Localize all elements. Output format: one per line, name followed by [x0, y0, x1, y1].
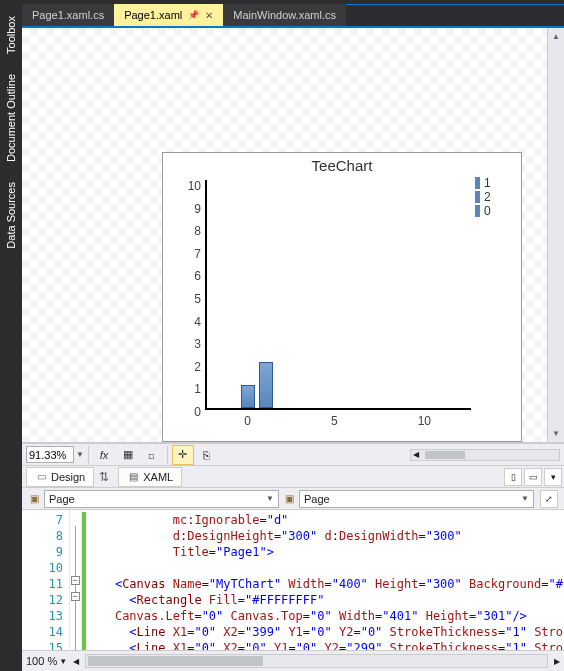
code-line[interactable]: Canvas.Left="0" Canvas.Top="0" Width="40…	[86, 608, 564, 624]
pin-icon[interactable]: 📌	[188, 10, 199, 20]
legend-item: 0	[475, 204, 521, 218]
tab-label: MainWindow.xaml.cs	[233, 9, 336, 21]
scroll-left-icon[interactable]: ◀	[411, 450, 421, 459]
tab-page1-xaml[interactable]: Page1.xaml 📌 ✕	[114, 4, 223, 26]
legend-item: 2	[475, 190, 521, 204]
designer-xaml-switch: ▭ Design ⇅ ▤ XAML ▯ ▭ ▾	[22, 466, 564, 488]
y-tick-label: 10	[188, 179, 201, 193]
y-axis	[205, 180, 207, 410]
x-axis	[205, 408, 471, 410]
sidebar-item-data-sources[interactable]: Data Sources	[3, 176, 19, 255]
chevron-down-icon[interactable]: ▼	[76, 450, 84, 459]
scroll-up-icon[interactable]: ▲	[548, 28, 564, 45]
editor-zoom-value: 100 %	[26, 655, 57, 667]
code-line[interactable]: <Canvas Name="MyTChart" Width="400" Heig…	[86, 576, 564, 592]
change-marker	[82, 512, 86, 576]
code-nav-bar: ▣ Page ▼ ▣ Page ▼ ⤢	[22, 488, 564, 510]
snaplines-button[interactable]: ꤀	[141, 445, 163, 465]
code-line[interactable]: Title="Page1">	[86, 544, 564, 560]
design-icon: ▭	[35, 471, 47, 483]
chart-legend: 120	[475, 174, 521, 424]
tab-mainwindow-cs[interactable]: MainWindow.xaml.cs	[223, 4, 346, 26]
y-tick-label: 8	[194, 224, 201, 238]
code-line[interactable]: <Line X1="0" X2="399" Y1="0" Y2="0" Stro…	[86, 624, 564, 640]
editor-status-bar: 100 % ▼ ◀ ▶	[22, 650, 564, 671]
y-tick-label: 1	[194, 382, 201, 396]
design-tab-label: Design	[51, 471, 85, 483]
member-icon: ▣	[281, 491, 297, 507]
tab-label: Page1.xaml.cs	[32, 9, 104, 21]
sidebar-item-document-outline[interactable]: Document Outline	[3, 68, 19, 168]
code-line[interactable]: <Rectangle Fill="#FFFFFFFF"	[86, 592, 564, 608]
code-line[interactable]: <Line X1="0" X2="0" Y1="0" Y2="299" Stro…	[86, 640, 564, 650]
editor-horizontal-scrollbar[interactable]	[85, 654, 548, 668]
change-marker	[82, 576, 86, 650]
line-number: 10	[24, 560, 63, 576]
xaml-tab-label: XAML	[143, 471, 173, 483]
expand-nav-button[interactable]: ⤢	[540, 490, 558, 508]
designer-horizontal-scrollbar[interactable]: ◀	[410, 449, 560, 461]
line-number: 7	[24, 512, 63, 528]
scroll-right-icon[interactable]: ▶	[554, 657, 560, 666]
designer-vertical-scrollbar[interactable]: ▲ ▼	[547, 28, 564, 442]
effects-button[interactable]: fx	[93, 445, 115, 465]
collapse-pane-button[interactable]: ▾	[544, 468, 562, 486]
chevron-down-icon[interactable]: ▼	[266, 494, 274, 503]
code-line[interactable]	[86, 560, 564, 576]
designer-toolbar: ▼ fx ▦ ꤀ ✛ ⎘ ◀	[22, 443, 564, 466]
chart-bar	[241, 385, 255, 408]
outline-toggle[interactable]: −	[71, 592, 80, 601]
plot-area: 0510	[205, 174, 471, 424]
x-tick-label: 10	[418, 414, 431, 428]
scope-combo-text: Page	[49, 493, 75, 505]
line-number: 14	[24, 624, 63, 640]
line-number: 9	[24, 544, 63, 560]
swap-panes-button[interactable]: ⇅	[94, 470, 114, 484]
x-tick-label: 0	[244, 414, 251, 428]
y-tick-label: 2	[194, 360, 201, 374]
y-tick-label: 6	[194, 269, 201, 283]
y-tick-label: 9	[194, 202, 201, 216]
line-number: 15	[24, 640, 63, 650]
chart-bar	[259, 362, 273, 408]
chart-title: TeeChart	[163, 157, 521, 174]
outlining-margin[interactable]: − −	[70, 510, 82, 650]
split-horizontal-button[interactable]: ▭	[524, 468, 542, 486]
outline-toggle[interactable]: −	[71, 576, 80, 585]
chevron-down-icon[interactable]: ▼	[59, 657, 67, 666]
close-icon[interactable]: ✕	[205, 10, 213, 21]
y-tick-label: 7	[194, 247, 201, 261]
element-icon: ▣	[26, 491, 42, 507]
split-vertical-button[interactable]: ▯	[504, 468, 522, 486]
line-number: 8	[24, 528, 63, 544]
xaml-editor[interactable]: 78910111213141516 − − mc:Ignorable="d" d…	[22, 510, 564, 650]
scope-combo[interactable]: Page ▼	[44, 490, 279, 508]
legend-item: 1	[475, 176, 521, 190]
code-body[interactable]: mc:Ignorable="d" d:DesignHeight="300" d:…	[82, 510, 564, 650]
member-combo[interactable]: Page ▼	[299, 490, 534, 508]
tool-window-sidebar: Toolbox Document Outline Data Sources	[0, 0, 22, 671]
y-tick-label: 4	[194, 315, 201, 329]
snap-grid-toggle[interactable]: ✛	[172, 445, 194, 465]
sidebar-item-toolbox[interactable]: Toolbox	[3, 10, 19, 60]
xaml-icon: ▤	[127, 471, 139, 483]
zoom-input[interactable]	[26, 446, 74, 463]
zoom-combo[interactable]: ▼	[26, 446, 84, 463]
teechart-control[interactable]: TeeChart 109876543210 0510 120	[162, 152, 522, 442]
xaml-tab[interactable]: ▤ XAML	[118, 467, 182, 487]
document-tabs: Page1.xaml.cs Page1.xaml 📌 ✕ MainWindow.…	[22, 4, 564, 26]
editor-zoom[interactable]: 100 % ▼	[26, 655, 67, 667]
design-tab[interactable]: ▭ Design	[26, 467, 94, 487]
code-line[interactable]: mc:Ignorable="d"	[86, 512, 564, 528]
tab-page1-cs[interactable]: Page1.xaml.cs	[22, 4, 114, 26]
code-line[interactable]: d:DesignHeight="300" d:DesignWidth="300"	[86, 528, 564, 544]
xaml-designer-surface[interactable]: TeeChart 109876543210 0510 120 ▲ ▼	[22, 28, 564, 443]
chevron-down-icon[interactable]: ▼	[521, 494, 529, 503]
x-tick-label: 5	[331, 414, 338, 428]
grid-snap-button[interactable]: ▦	[117, 445, 139, 465]
scroll-left-icon[interactable]: ◀	[73, 657, 79, 666]
scroll-down-icon[interactable]: ▼	[548, 425, 564, 442]
tab-label: Page1.xaml	[124, 9, 182, 21]
show-guides-button[interactable]: ⎘	[196, 445, 218, 465]
line-number: 11	[24, 576, 63, 592]
